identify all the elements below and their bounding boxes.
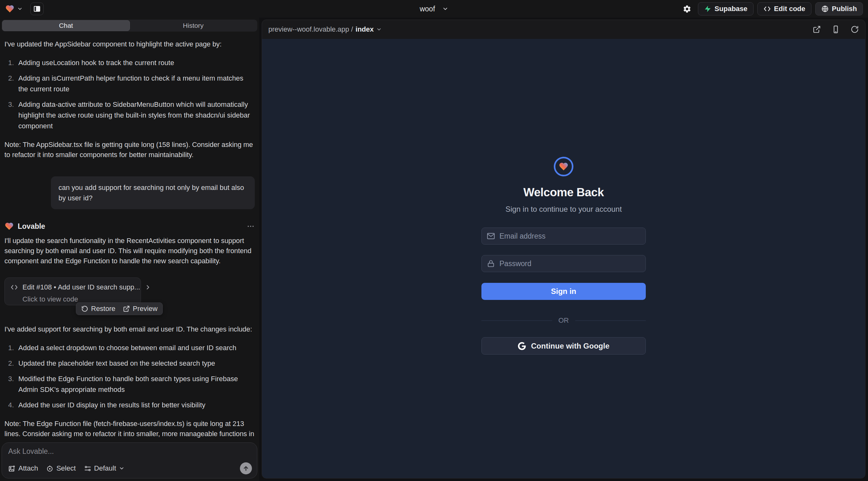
refresh-icon[interactable]: [850, 25, 859, 33]
lock-icon: [487, 259, 495, 268]
sign-in-button[interactable]: Sign in: [482, 283, 646, 300]
or-divider: OR: [482, 316, 646, 325]
tab-history[interactable]: History: [130, 20, 257, 31]
edit-code-button[interactable]: Edit code: [757, 2, 811, 15]
assistant-message-header: Lovable: [4, 221, 255, 231]
mobile-view-icon[interactable]: [832, 25, 840, 33]
image-plus-icon: [8, 465, 16, 472]
external-link-icon: [123, 305, 130, 312]
edit-card-toolbar: Restore Preview: [76, 302, 163, 315]
list-item: 2. Updated the placeholder text based on…: [4, 358, 255, 369]
preview-iframe: Welcome Back Sign in to continue to your…: [262, 39, 865, 478]
password-field[interactable]: [499, 259, 641, 268]
assistant-paragraph: I've updated the AppSidebar component to…: [4, 39, 255, 49]
google-sign-in-button[interactable]: Continue with Google: [482, 337, 646, 355]
app-logo: [554, 157, 574, 177]
assistant-note: Note: The Edge Function file (fetch-fire…: [4, 419, 255, 441]
chevron-down-icon[interactable]: [442, 6, 448, 12]
preview-url-host[interactable]: preview--woof.lovable.app /: [268, 25, 353, 33]
preview-button[interactable]: Preview: [123, 304, 157, 314]
list-item: 4. Added the user ID display in the resu…: [4, 400, 255, 411]
attach-button[interactable]: Attach: [8, 464, 38, 473]
password-field-wrap: [482, 255, 646, 272]
tab-chat[interactable]: Chat: [2, 20, 130, 31]
chat-messages: I've updated the AppSidebar component to…: [4, 36, 255, 441]
select-button[interactable]: Select: [46, 464, 75, 473]
chevron-down-icon: [119, 466, 125, 471]
assistant-paragraph: I'll update the search functionality in …: [4, 236, 255, 266]
project-title[interactable]: woof: [420, 5, 435, 13]
supabase-button[interactable]: Supabase: [698, 2, 753, 15]
more-options-icon[interactable]: [247, 222, 255, 230]
preview-url-page[interactable]: index: [355, 25, 374, 33]
chevron-right-icon: [145, 284, 151, 291]
mail-icon: [487, 232, 495, 240]
sliders-icon: [84, 465, 91, 472]
chat-history-tabs: Chat History: [2, 20, 257, 32]
assistant-note: Note: The AppSidebar.tsx file is getting…: [4, 140, 255, 160]
code-icon: [10, 284, 18, 291]
list-item: 3. Adding data-active attribute to Sideb…: [4, 99, 255, 131]
restore-icon: [81, 305, 88, 312]
code-icon: [763, 5, 771, 13]
edit-card-title: Edit #108 • Add user ID search supp...: [23, 282, 140, 292]
arrow-up-icon: [243, 465, 249, 472]
target-icon: [46, 465, 54, 472]
chat-panel: Chat History I've updated the AppSidebar…: [0, 18, 259, 481]
settings-button[interactable]: [680, 3, 694, 15]
chevron-down-icon: [17, 6, 23, 12]
open-in-new-tab-icon[interactable]: [813, 25, 821, 33]
page-subtitle: Sign in to continue to your account: [505, 205, 622, 214]
publish-button[interactable]: Publish: [815, 2, 863, 15]
sender-name: Lovable: [18, 221, 45, 231]
user-message-bubble: can you add support for searching not on…: [51, 177, 255, 209]
restore-button[interactable]: Restore: [81, 304, 115, 314]
publish-label: Publish: [832, 5, 857, 13]
chevron-down-icon[interactable]: [376, 27, 382, 32]
mode-selector[interactable]: Default: [84, 464, 125, 473]
login-card: Welcome Back Sign in to continue to your…: [482, 157, 646, 355]
email-field-wrap: [482, 228, 646, 245]
lovable-app: woof Supabase: [0, 0, 868, 481]
divider-line: [482, 320, 552, 321]
assistant-numbered-list: 1. Added a select dropdown to choose bet…: [4, 343, 255, 411]
sidebar-toggle-button[interactable]: [30, 3, 43, 15]
list-item: 3. Modified the Edge Function to handle …: [4, 374, 255, 395]
edit-code-label: Edit code: [774, 5, 805, 13]
list-item: 1. Adding useLocation hook to track the …: [4, 58, 255, 68]
list-item: 1. Added a select dropdown to choose bet…: [4, 343, 255, 353]
lovable-heart-icon: [5, 4, 14, 13]
edit-code-card[interactable]: Edit #108 • Add user ID search supp... C…: [4, 278, 141, 305]
send-button[interactable]: [240, 462, 252, 474]
preview-url-bar: preview--woof.lovable.app / index: [262, 20, 865, 39]
supabase-label: Supabase: [715, 5, 748, 13]
google-icon: [518, 342, 526, 350]
panel-left-icon: [33, 5, 41, 13]
composer: Attach Select Default: [2, 443, 257, 478]
assistant-paragraph: I've added support for searching by both…: [4, 324, 255, 334]
lovable-avatar: [4, 222, 14, 231]
page-title: Welcome Back: [523, 186, 604, 199]
divider-line: [575, 320, 646, 321]
gear-icon: [683, 5, 691, 13]
topbar: woof Supabase: [0, 0, 868, 18]
preview-window: preview--woof.lovable.app / index: [262, 20, 865, 478]
email-field[interactable]: [499, 232, 641, 241]
lovable-logo-menu[interactable]: [5, 4, 23, 13]
supabase-bolt-icon: [704, 5, 712, 13]
list-item: 2. Adding an isCurrentPath helper functi…: [4, 73, 255, 95]
assistant-numbered-list: 1. Adding useLocation hook to track the …: [4, 58, 255, 131]
chat-input[interactable]: [8, 447, 251, 461]
globe-icon: [821, 5, 829, 13]
